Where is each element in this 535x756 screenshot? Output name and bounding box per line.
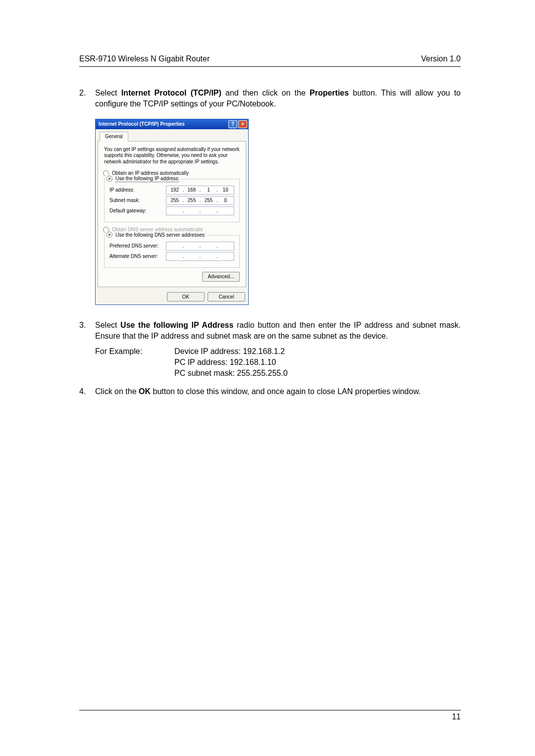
step-number: 3. — [79, 320, 95, 341]
tcpip-properties-window: Internet Protocol (TCP/IP) Properties ? … — [95, 119, 249, 305]
tab-general[interactable]: General — [100, 132, 128, 142]
window-titlebar: Internet Protocol (TCP/IP) Properties ? … — [96, 119, 248, 129]
page-header: ESR-9710 Wireless N Gigabit Router Versi… — [79, 54, 461, 67]
default-gateway-field[interactable]: . . . — [166, 206, 234, 215]
example-values: Device IP address: 192.168.1.2 PC IP add… — [174, 346, 288, 378]
default-gateway-label: Default gateway: — [109, 207, 166, 214]
step-text: Click on the OK button to close this win… — [95, 386, 461, 397]
step-text: Select Use the following IP Address radi… — [95, 320, 461, 341]
radio-label: Use the following IP address: — [115, 175, 179, 183]
page-footer: 11 — [79, 710, 461, 721]
example-pc-ip: PC IP address: 192.168.1.10 — [174, 357, 288, 368]
instruction-step-4: 4. Click on the OK button to close this … — [79, 386, 461, 397]
window-title: Internet Protocol (TCP/IP) Properties — [99, 121, 185, 128]
radio-icon — [107, 232, 112, 238]
cancel-button[interactable]: Cancel — [208, 292, 245, 302]
radio-icon — [107, 176, 112, 182]
radio-use-following-ip[interactable]: Use the following IP address: — [106, 175, 180, 183]
example-label: For Example: — [95, 346, 174, 378]
dialog-description: You can get IP settings assigned automat… — [104, 147, 240, 165]
subnet-mask-field[interactable]: 255. 255. 255. 0 — [166, 196, 234, 205]
example-block: For Example: Device IP address: 192.168.… — [95, 346, 461, 378]
tcpip-properties-dialog-screenshot: Internet Protocol (TCP/IP) Properties ? … — [95, 119, 461, 305]
tab-strip: General — [98, 131, 246, 142]
advanced-button[interactable]: Advanced... — [202, 272, 240, 282]
header-left: ESR-9710 Wireless N Gigabit Router — [79, 54, 210, 63]
instruction-step-2: 2. Select Internet Protocol (TCP/IP) and… — [79, 88, 461, 109]
subnet-mask-label: Subnet mask: — [109, 197, 166, 204]
radio-use-following-dns[interactable]: Use the following DNS server addresses: — [106, 232, 207, 239]
example-device-ip: Device IP address: 192.168.1.2 — [174, 346, 288, 357]
ip-address-field[interactable]: 192. 168. 1. 10 — [166, 186, 234, 195]
example-pc-mask: PC subnet mask: 255.255.255.0 — [174, 368, 288, 379]
alternate-dns-label: Alternate DNS server: — [109, 253, 166, 260]
preferred-dns-field[interactable]: ... — [166, 242, 234, 251]
step-number: 2. — [79, 88, 95, 109]
instruction-step-3: 3. Select Use the following IP Address r… — [79, 320, 461, 341]
help-icon[interactable]: ? — [228, 120, 237, 128]
ok-button[interactable]: OK — [167, 292, 205, 302]
ip-address-label: IP address: — [109, 187, 166, 194]
alternate-dns-field[interactable]: ... — [166, 252, 234, 261]
radio-label: Use the following DNS server addresses: — [115, 232, 206, 239]
step-number: 4. — [79, 386, 95, 397]
page-number: 11 — [452, 712, 461, 721]
header-right: Version 1.0 — [421, 54, 461, 63]
preferred-dns-label: Preferred DNS server: — [109, 243, 166, 250]
step-text: Select Internet Protocol (TCP/IP) and th… — [95, 88, 461, 109]
close-icon[interactable]: × — [238, 120, 247, 128]
